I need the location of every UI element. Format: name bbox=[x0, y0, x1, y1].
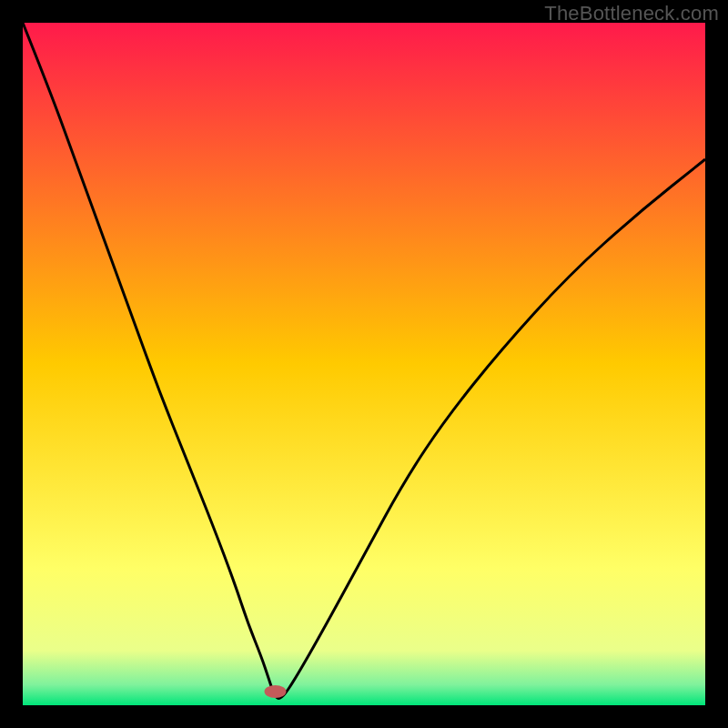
plot-background bbox=[23, 23, 705, 705]
chart-frame: TheBottleneck.com bbox=[0, 0, 728, 728]
bottleneck-chart bbox=[23, 23, 705, 705]
optimal-marker bbox=[265, 685, 287, 698]
